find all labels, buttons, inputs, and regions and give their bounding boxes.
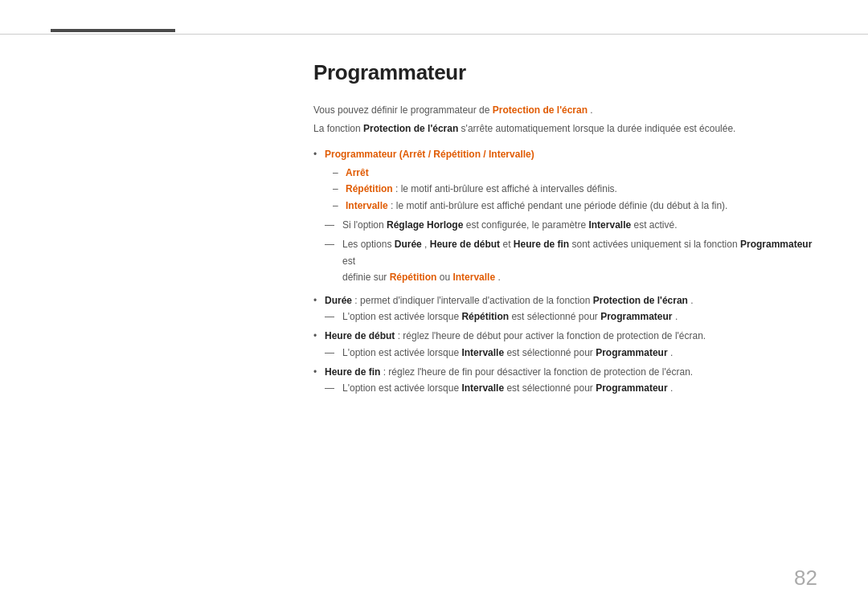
main-content: Programmateur Vous pouvez définir le pro… — [313, 60, 817, 565]
intro-2-end: s'arrête automatiquement lorsque la duré… — [461, 123, 736, 134]
intro-1-bold: Protection de l'écran — [493, 104, 588, 116]
note-reglage-horloge: Si l'option Réglage Horloge est configur… — [325, 217, 817, 233]
bullet-item-heure-fin: Heure de fin : réglez l'heure de fin pou… — [313, 364, 817, 397]
sub-item-intervalle: Intervalle : le motif anti-brûlure est a… — [333, 198, 817, 214]
note-duree-start: L'option est activée lorsque — [342, 311, 461, 322]
sub-item-repetition: Répétition : le motif anti-brûlure est a… — [333, 181, 817, 197]
note2-intervalle2: Intervalle — [452, 272, 495, 283]
note1-start: Si l'option — [342, 219, 387, 231]
intro-1-end: . — [590, 104, 592, 116]
top-bar-line — [0, 34, 868, 35]
sub-repetition-text: : le motif anti-brûlure est affiché à in… — [395, 183, 617, 194]
intro-2-bold: Protection de l'écran — [363, 123, 458, 134]
note-heure-debut-activation: L'option est activée lorsque Intervalle … — [325, 345, 817, 361]
note-hd-start: L'option est activée lorsque — [342, 347, 461, 358]
sub-repetition-label: Répétition — [346, 183, 393, 194]
note2-start: Les options — [342, 239, 395, 250]
bullet-item-heure-debut: Heure de début : réglez l'heure de début… — [313, 328, 817, 361]
note-duree-repetition: Répétition — [461, 311, 509, 322]
bullet-1-label: Programmateur (Arrêt / Répétition / Inte… — [325, 149, 534, 160]
note2-mid: , — [424, 239, 430, 250]
note-hf-mid: est sélectionné pour — [506, 382, 596, 394]
note-hd-end: . — [670, 347, 673, 358]
sub-item-arret: Arrêt — [333, 165, 817, 181]
intro-paragraph-1: Vous pouvez définir le programmateur de … — [313, 103, 817, 118]
note1-end: est activé. — [634, 219, 678, 231]
top-bar-accent — [51, 29, 175, 32]
bullet-2-text: : permet d'indiquer l'intervalle d'activ… — [354, 295, 592, 306]
bullet-4-label: Heure de fin — [325, 366, 380, 378]
note-hd-intervalle: Intervalle — [461, 347, 504, 358]
note2-heure-debut: Heure de début — [430, 239, 500, 250]
page-number: 82 — [794, 566, 817, 591]
note2-end: est — [342, 255, 355, 267]
bullet-item-programmateur: Programmateur (Arrêt / Répétition / Inte… — [313, 146, 817, 285]
bullet-2-label: Durée — [325, 295, 352, 306]
note2-mid2: et — [502, 239, 513, 250]
note2-definie: définie sur — [342, 272, 390, 283]
bullet-item-duree: Durée : permet d'indiquer l'intervalle d… — [313, 292, 817, 325]
note2-ou: ou — [440, 272, 453, 283]
note2-duree: Durée — [395, 239, 422, 250]
page-title: Programmateur — [313, 60, 817, 85]
note1-mid: est configurée, le paramètre — [466, 219, 589, 231]
intro-paragraph-2: La fonction Protection de l'écran s'arrê… — [313, 121, 817, 137]
page-container: Programmateur Vous pouvez définir le pro… — [0, 0, 868, 613]
note1-reglage: Réglage Horloge — [387, 219, 463, 231]
sub-arret-label: Arrêt — [346, 167, 369, 178]
note-hd-programmateur: Programmateur — [596, 347, 667, 358]
note2-text: sont activées uniquement si la fonction — [572, 239, 740, 250]
note1-intervalle: Intervalle — [588, 219, 631, 231]
bullet-3-text: : réglez l'heure de début pour activer l… — [398, 330, 706, 341]
note-hd-mid: est sélectionné pour — [506, 347, 596, 358]
sub-intervalle-text: : le motif anti-brûlure est affiché pend… — [391, 200, 727, 211]
note-hf-intervalle: Intervalle — [461, 382, 504, 394]
sub-intervalle-label: Intervalle — [346, 200, 388, 211]
intro-1-text: Vous pouvez définir le programmateur de — [313, 104, 493, 116]
sub-list-programmateur: Arrêt Répétition : le motif anti-brûlure… — [325, 165, 817, 214]
bullet-2-end: . — [690, 295, 693, 306]
note-duree-activation: L'option est activée lorsque Répétition … — [325, 309, 817, 325]
bullet-3-label: Heure de début — [325, 330, 395, 341]
bullet-2-protection: Protection de l'écran — [593, 295, 688, 306]
note-hf-programmateur: Programmateur — [596, 382, 667, 394]
note-heure-fin-activation: L'option est activée lorsque Intervalle … — [325, 380, 817, 396]
note-duree-programmateur: Programmateur — [600, 311, 672, 322]
note-duree-options: Les options Durée , Heure de début et He… — [325, 236, 817, 285]
note-duree-mid: est sélectionné pour — [511, 311, 600, 322]
note2-period: . — [497, 272, 500, 283]
note2-programmateur: Programmateur — [740, 239, 812, 250]
note-hf-start: L'option est activée lorsque — [342, 382, 461, 394]
note-hf-end: . — [670, 382, 673, 394]
note2-repetition: Répétition — [390, 272, 437, 283]
intro-2-start: La fonction — [313, 123, 363, 134]
bullet-4-text: : réglez l'heure de fin pour désactiver … — [383, 366, 693, 378]
note-duree-end: . — [675, 311, 678, 322]
main-bullet-list: Programmateur (Arrêt / Répétition / Inte… — [313, 146, 817, 396]
note2-heure-fin: Heure de fin — [514, 239, 569, 250]
